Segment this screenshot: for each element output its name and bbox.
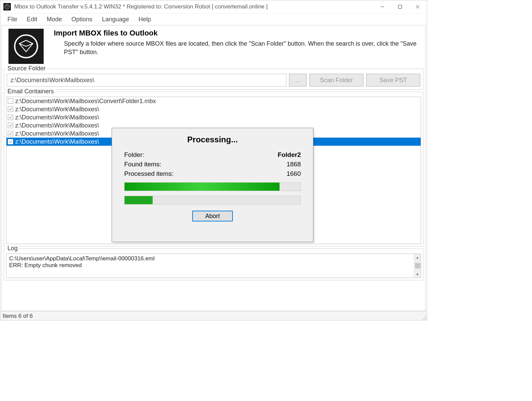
list-item-path: z:\Documents\Work\Mailboxes\: [15, 130, 99, 137]
dialog-folder-value: Folder2: [278, 151, 301, 159]
svg-point-10: [424, 319, 425, 320]
svg-point-8: [425, 317, 426, 318]
svg-point-9: [423, 319, 423, 320]
list-item-path: z:\Documents\Work\Mailboxes\: [15, 122, 99, 129]
dialog-found-label: Found items:: [124, 161, 161, 168]
source-path-input[interactable]: [7, 74, 286, 87]
progress-bar-1: [124, 182, 301, 191]
checkbox[interactable]: [8, 107, 13, 112]
app-logo-icon: [8, 29, 44, 64]
header-panel: Import MBOX files to Outlook Specify a f…: [2, 25, 425, 67]
menu-edit[interactable]: Edit: [22, 15, 42, 24]
abort-button[interactable]: Abort: [192, 211, 233, 221]
list-item[interactable]: z:\Documents\Work\Mailboxes\Convert\Fold…: [6, 97, 421, 105]
containers-legend: Email Containers: [6, 88, 55, 95]
svg-point-0: [5, 4, 9, 9]
log-group: Log C:\Users\user\AppData\Local\Temp\\em…: [4, 249, 423, 280]
svg-point-6: [425, 316, 426, 317]
close-button[interactable]: [409, 1, 426, 13]
dialog-processed-label: Processed items:: [124, 170, 174, 178]
maximize-button[interactable]: [391, 1, 409, 13]
checkbox[interactable]: [8, 139, 13, 144]
checkbox[interactable]: [8, 98, 13, 104]
status-text: Items 6 of 6: [3, 313, 33, 320]
list-item-path: z:\Documents\Work\Mailboxes\Convert\Fold…: [15, 98, 156, 105]
app-icon: [3, 3, 11, 10]
list-item-path: z:\Documents\Work\Mailboxes\: [15, 114, 99, 121]
list-item-path: z:\Documents\Work\Mailboxes\: [15, 106, 99, 113]
dialog-folder-label: Folder:: [124, 151, 144, 159]
svg-rect-2: [398, 5, 402, 8]
menu-help[interactable]: Help: [134, 15, 156, 24]
scan-folder-button[interactable]: Scan Folder: [309, 74, 363, 87]
minimize-button[interactable]: [374, 1, 391, 13]
log-scrollbar[interactable]: ▲ ▼: [414, 254, 421, 278]
dialog-found-value: 1868: [287, 161, 301, 168]
scroll-thumb[interactable]: [415, 263, 420, 268]
svg-point-11: [425, 319, 426, 320]
log-line: C:\Users\user\AppData\Local\Temp\\email-…: [9, 255, 418, 262]
list-item[interactable]: z:\Documents\Work\Mailboxes\: [6, 105, 421, 113]
processing-dialog: Processing... Folder: Folder2 Found item…: [112, 128, 313, 242]
dialog-title: Processing...: [124, 135, 301, 144]
checkbox[interactable]: [8, 115, 13, 120]
menu-file[interactable]: File: [3, 15, 22, 24]
source-folder-legend: Source Folder: [6, 65, 47, 72]
menu-mode[interactable]: Mode: [42, 15, 67, 24]
checkbox[interactable]: [8, 123, 13, 128]
save-pst-button[interactable]: Save PST: [366, 74, 420, 87]
log-line: ERR: Empty chunk removed: [9, 262, 418, 269]
header-description: Specify a folder where source MBOX files…: [54, 40, 419, 56]
scroll-down-icon[interactable]: ▼: [414, 271, 421, 278]
titlebar: Mbox to Outlook Transfer v.5.4.1.2 WIN32…: [0, 0, 427, 14]
dialog-processed-value: 1660: [287, 170, 301, 178]
log-legend: Log: [6, 245, 19, 252]
window-title: Mbox to Outlook Transfer v.5.4.1.2 WIN32…: [14, 3, 374, 10]
menubar: File Edit Mode Options Language Help: [0, 14, 427, 25]
log-content[interactable]: C:\Users\user\AppData\Local\Temp\\email-…: [6, 254, 421, 278]
list-item[interactable]: z:\Documents\Work\Mailboxes\: [6, 113, 421, 121]
browse-button[interactable]: ...: [289, 74, 307, 87]
resize-grip-icon[interactable]: [422, 315, 426, 320]
svg-point-7: [424, 317, 425, 318]
list-item-path: z:\Documents\Work\Mailboxes\: [15, 138, 99, 145]
source-folder-group: Source Folder ... Scan Folder Save PST: [4, 69, 423, 90]
header-title: Import MBOX files to Outlook: [54, 29, 419, 38]
statusbar: Items 6 of 6: [0, 311, 427, 321]
progress-bar-2: [124, 196, 301, 205]
scroll-up-icon[interactable]: ▲: [414, 254, 421, 261]
checkbox[interactable]: [8, 131, 13, 136]
menu-language[interactable]: Language: [97, 15, 134, 24]
menu-options[interactable]: Options: [67, 15, 97, 24]
